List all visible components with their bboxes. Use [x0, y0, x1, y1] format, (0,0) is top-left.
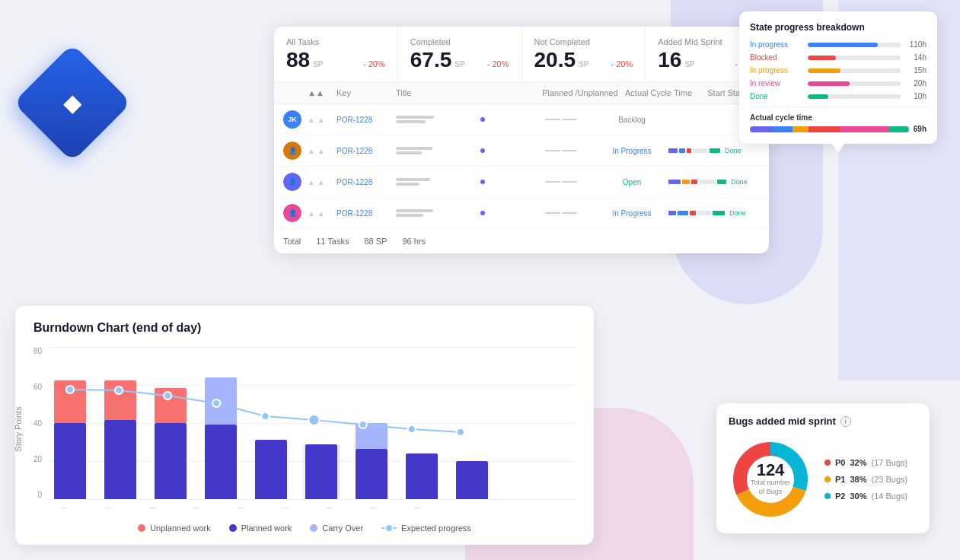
- metrics-row: All Tasks 88 SP - 20% Completed 67.5 SP …: [274, 27, 769, 82]
- burndown-title: Burndown Chart (end of day): [33, 321, 576, 335]
- state-progress-title: State progress breakdown: [750, 22, 927, 33]
- y-axis-label: Story Points: [14, 406, 23, 451]
- metric-value: 16: [658, 49, 681, 71]
- donut-container: 124 Total number of Bugs: [729, 438, 812, 521]
- donut-number: 124: [750, 462, 792, 479]
- p1-dot: [824, 476, 831, 482]
- actual-cycle-section: Actual cycle time 69h: [750, 107, 927, 133]
- metric-label: Not Completed: [534, 37, 633, 46]
- bar-group: [302, 444, 340, 499]
- bug-legend-p2: P2 30% (14 Bugs): [824, 492, 907, 501]
- bar-group: [252, 440, 290, 499]
- p2-dot: [824, 493, 831, 499]
- metric-label: Completed: [410, 37, 509, 46]
- bugs-legend: P0 32% (17 Bugs) P1 38% (23 Bugs) P2 30%…: [824, 458, 907, 501]
- metric-label: All Tasks: [286, 37, 385, 46]
- bugs-card: Bugs added mid sprint i 124 Total number…: [716, 403, 930, 533]
- planned-dot: [229, 524, 237, 532]
- bugs-title: Bugs added mid sprint i: [729, 415, 917, 427]
- bar-group: [202, 377, 240, 499]
- state-row-done: Done 10h: [750, 92, 927, 100]
- unplanned-dot: [138, 524, 145, 532]
- legend-planned: Planned work: [229, 523, 292, 533]
- legend-carryover: Carry Over: [310, 523, 363, 533]
- bar-group: [453, 461, 491, 499]
- cycle-hours: 69h: [914, 125, 927, 133]
- state-progress-card: State progress breakdown In progress 110…: [739, 11, 937, 144]
- table-footer: Total 11 Tasks 88 SP 96 hrs: [274, 229, 769, 253]
- bar-group: [101, 380, 139, 499]
- x-axis: — — — — — — — — —: [48, 504, 576, 511]
- metric-not-completed: Not Completed 20.5 SP - 20%: [522, 27, 646, 81]
- table-row: 👤 ▲ ▲ POR-1228 In Progress Done: [274, 135, 769, 167]
- chart-legend: Unplanned work Planned work Carry Over E…: [33, 523, 576, 533]
- state-label: In progress: [750, 40, 803, 49]
- metric-change: - 20%: [363, 59, 385, 68]
- bar-group: [151, 388, 190, 499]
- sprint-card: All Tasks 88 SP - 20% Completed 67.5 SP …: [274, 27, 769, 253]
- burndown-card: Burndown Chart (end of day) Story Points…: [15, 306, 594, 545]
- donut-label: Total number of Bugs: [750, 479, 792, 496]
- state-row-inprogress2: In progress 15h: [750, 66, 927, 75]
- state-bar: [808, 43, 901, 47]
- state-bar: [808, 56, 901, 60]
- metric-change: - 20%: [487, 59, 509, 68]
- bugs-content: 124 Total number of Bugs P0 32% (17 Bugs…: [729, 438, 917, 521]
- state-bar: [808, 81, 901, 86]
- state-label: In review: [750, 79, 803, 88]
- state-label: In progress: [750, 66, 803, 75]
- expected-line-icon: [381, 527, 397, 529]
- donut-center: 124 Total number of Bugs: [750, 462, 792, 496]
- metric-value: 20.5: [534, 49, 576, 71]
- state-bar: [808, 94, 901, 99]
- chart-content: [48, 347, 576, 499]
- state-row-inreview: In review 20h: [750, 79, 927, 88]
- p0-dot: [824, 460, 831, 466]
- metric-change: - 20%: [611, 59, 633, 68]
- state-hours: 10h: [905, 92, 927, 100]
- metric-sp: SP: [313, 60, 323, 68]
- bug-legend-p1: P1 38% (23 Bugs): [824, 475, 907, 484]
- metric-sp: SP: [579, 60, 588, 68]
- table-row: 👤 ▲ ▲ POR-1228 In Progress Done: [274, 198, 769, 229]
- metric-completed: Completed 67.5 SP - 20%: [398, 27, 522, 81]
- carryover-dot: [310, 524, 317, 532]
- table-row: JK ▲ ▲ POR-1228 Backlog: [274, 104, 769, 135]
- state-hours: 15h: [905, 66, 927, 75]
- info-icon: i: [840, 416, 851, 427]
- state-hours: 14h: [905, 53, 927, 62]
- state-row-inprogress: In progress 110h: [750, 40, 927, 49]
- state-label: Done: [750, 92, 803, 100]
- legend-expected: Expected progress: [381, 523, 471, 533]
- state-row-blocked: Blocked 14h: [750, 53, 927, 62]
- metric-sp: SP: [454, 60, 464, 68]
- metric-value: 67.5: [410, 49, 452, 71]
- metric-all-tasks: All Tasks 88 SP - 20%: [274, 27, 398, 81]
- state-label: Blocked: [750, 53, 803, 62]
- bar-group: [51, 380, 89, 499]
- y-axis: 80 60 40 20 0: [33, 347, 48, 499]
- bar-group: [403, 453, 441, 499]
- table-row: 👤 ▲ ▲ POR-1228 Open Done: [274, 167, 769, 198]
- state-hours: 20h: [905, 79, 927, 88]
- bar-group: [352, 423, 391, 499]
- state-hours: 110h: [905, 40, 927, 49]
- legend-unplanned: Unplanned work: [138, 523, 211, 533]
- state-bar: [808, 68, 901, 73]
- metric-value: 88: [286, 49, 310, 71]
- bug-legend-p0: P0 32% (17 Bugs): [824, 458, 907, 467]
- table-header: ▲▲ Key Title Planned /Unplanned Actual C…: [274, 82, 769, 104]
- metric-sp: SP: [684, 60, 694, 68]
- logo-area: ◆: [30, 61, 122, 152]
